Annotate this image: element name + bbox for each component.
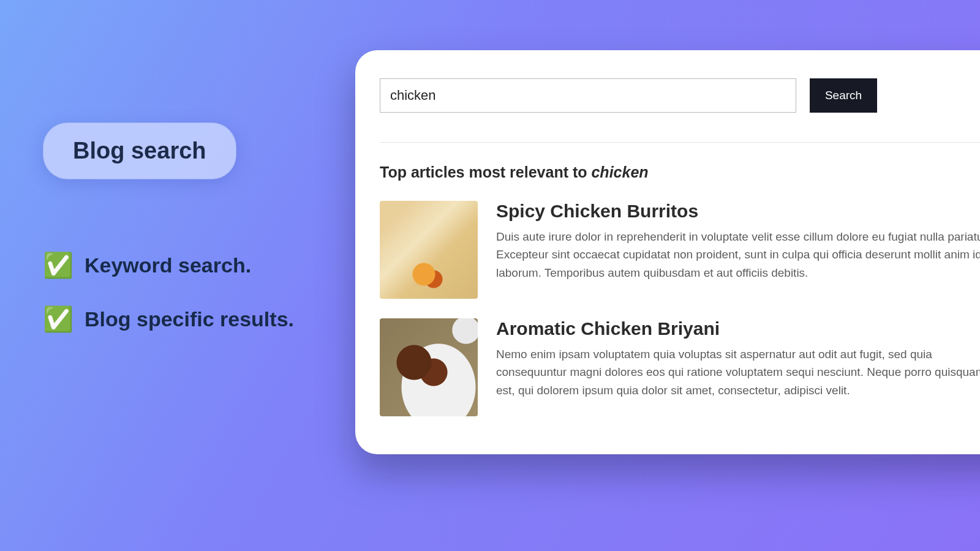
results-heading: Top articles most relevant to chicken — [380, 163, 980, 181]
result-body: Spicy Chicken Burritos Duis aute irure d… — [496, 201, 980, 299]
divider — [380, 142, 980, 143]
result-snippet: Duis aute irure dolor in reprehenderit i… — [496, 228, 980, 282]
promo-feature-list: ✅ Keyword search. ✅ Blog specific result… — [43, 253, 349, 331]
result-body: Aromatic Chicken Briyani Nemo enim ipsam… — [496, 318, 980, 416]
promo-feature-text: Blog specific results. — [85, 307, 294, 331]
check-icon: ✅ — [43, 307, 74, 331]
result-thumbnail — [380, 318, 478, 416]
result-item[interactable]: Spicy Chicken Burritos Duis aute irure d… — [380, 201, 980, 299]
search-row: Search — [380, 78, 980, 113]
promo-panel: Blog search ✅ Keyword search. ✅ Blog spe… — [43, 122, 349, 361]
search-card: Search Top articles most relevant to chi… — [355, 50, 980, 454]
results-heading-prefix: Top articles most relevant to — [380, 163, 591, 181]
result-title[interactable]: Aromatic Chicken Briyani — [496, 318, 980, 339]
search-input[interactable] — [380, 78, 796, 113]
results-heading-term: chicken — [591, 163, 648, 181]
check-icon: ✅ — [43, 253, 74, 277]
promo-feature-text: Keyword search. — [85, 253, 251, 277]
promo-feature-item: ✅ Blog specific results. — [43, 307, 349, 331]
result-title[interactable]: Spicy Chicken Burritos — [496, 201, 980, 222]
result-thumbnail — [380, 201, 478, 299]
result-snippet: Nemo enim ipsam voluptatem quia voluptas… — [496, 345, 980, 399]
result-item[interactable]: Aromatic Chicken Briyani Nemo enim ipsam… — [380, 318, 980, 416]
promo-pill-label: Blog search — [73, 138, 206, 163]
promo-feature-item: ✅ Keyword search. — [43, 253, 349, 277]
promo-pill: Blog search — [43, 122, 236, 179]
search-button[interactable]: Search — [810, 78, 877, 113]
